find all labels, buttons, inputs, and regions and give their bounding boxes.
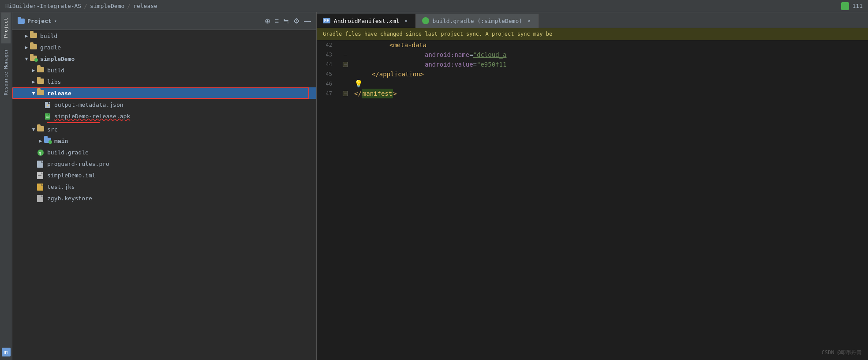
folder-icon-main: [44, 138, 52, 144]
code-val-44: "e950f11: [477, 60, 506, 69]
line-num-42: 42: [317, 40, 337, 50]
label-libs: libs: [47, 79, 61, 85]
side-tabs: Project Resource Manager ◧: [0, 12, 12, 360]
code-eq-43: =: [469, 50, 473, 60]
tree-item-iml[interactable]: ▶ simpleDemo.iml: [12, 169, 316, 181]
breadcrumb-part-3: release: [133, 3, 157, 9]
gutter-minus-44: –: [343, 62, 348, 67]
watermark-text: CSDN @即墨丹青: [822, 349, 862, 356]
folder-icon-release: [37, 90, 45, 96]
tree-item-build-root[interactable]: ▶ build: [12, 30, 316, 41]
collapse-all-button[interactable]: ≡: [275, 18, 279, 25]
lightbulb-icon[interactable]: 💡: [354, 79, 363, 89]
gutter-43: –: [341, 50, 350, 60]
arrow-build-root: ▶: [23, 33, 30, 39]
tab-close-gradle[interactable]: ✕: [526, 18, 532, 24]
locate-button[interactable]: ⊕: [265, 18, 270, 25]
label-gradle: gradle: [40, 44, 61, 51]
tab-manifest[interactable]: MF AndroidManifest.xml ✕: [317, 14, 416, 28]
tree-item-gradle[interactable]: ▶ gradle: [12, 41, 316, 53]
editor-area: MF AndroidManifest.xml ✕ build.gradle (:…: [317, 12, 868, 360]
gutter-45: [341, 69, 350, 79]
label-build-child: build: [47, 67, 64, 74]
tree-item-simpleDemo-apk[interactable]: ▶ APK simpleDemo-release.apk: [12, 110, 316, 122]
line-num-44: 44: [317, 60, 337, 69]
breadcrumb-part-2[interactable]: simpleDemo: [90, 3, 124, 9]
code-line-44: android:value="e950f11: [354, 60, 868, 69]
tab-icon-gradle: [422, 17, 429, 24]
user-count: 111: [853, 3, 863, 9]
sidebar-tab-project[interactable]: Project: [1, 12, 11, 43]
tree-item-output-metadata[interactable]: ▶ output-metadata.json: [12, 99, 316, 110]
settings-button[interactable]: ⚙: [293, 18, 299, 25]
tree-item-build-child[interactable]: ▶ build: [12, 64, 316, 76]
tab-build-gradle[interactable]: build.gradle (:simpleDemo) ✕: [416, 14, 539, 28]
label-apk: simpleDemo-release.apk: [54, 113, 130, 120]
label-release: release: [47, 90, 71, 97]
tree-item-main[interactable]: ▶ main: [12, 135, 316, 146]
tree-item-keystore[interactable]: ▶ zgyb.keystore: [12, 192, 316, 204]
folder-icon-simpleDemo: [30, 56, 38, 62]
file-icon-apk: APK: [44, 113, 52, 119]
expand-button[interactable]: ≒: [283, 18, 289, 25]
tree-item-build-gradle[interactable]: ▶ g build.gradle: [12, 146, 316, 158]
code-eq-44: =: [473, 60, 477, 69]
tab-label-manifest: AndroidManifest.xml: [334, 18, 400, 24]
code-attr-value-44: android:value: [425, 60, 473, 69]
watermark: CSDN @即墨丹青: [822, 349, 862, 356]
tree-item-jks[interactable]: ▶ test.jks: [12, 181, 316, 192]
notification-text: Gradle files have changed since last pro…: [323, 31, 552, 37]
folder-icon-src: [37, 126, 45, 132]
folder-icon-build-root: [30, 33, 38, 39]
arrow-simpleDemo: ▼: [23, 56, 30, 62]
file-tree-title: Project ▾: [18, 18, 57, 24]
tree-item-proguard[interactable]: ▶ proguard-rules.pro: [12, 158, 316, 169]
gutter-minus-47: –: [343, 91, 348, 96]
code-line-47: </manifest>: [354, 89, 868, 98]
panel-icon-symbol: ◧: [4, 349, 7, 355]
tree-toolbar: ⊕ ≡ ≒ ⚙ —: [265, 18, 311, 25]
apk-red-bar: [47, 122, 100, 123]
code-editor: 42 43 44 45 46 47: [317, 40, 868, 360]
code-line-43: android:name="dcloud_a: [354, 50, 868, 60]
breadcrumb-part-1[interactable]: HiBuilder-Integrate-AS: [5, 3, 81, 9]
arrow-main: ▶: [37, 138, 44, 144]
left-panel-icon[interactable]: ◧: [2, 348, 11, 356]
line-num-43: 43: [317, 50, 337, 60]
file-icon-iml: [37, 172, 45, 178]
tree-item-release[interactable]: ▼ release: [12, 87, 316, 99]
label-main: main: [54, 138, 68, 144]
file-tree-panel: Project ▾ ⊕ ≡ ≒ ⚙ — ▶ build: [12, 12, 317, 360]
gutter-47: –: [341, 89, 350, 98]
file-tree-content[interactable]: ▶ build ▶ gradle ▼: [12, 30, 316, 360]
tree-item-libs[interactable]: ▶ libs: [12, 76, 316, 87]
svg-rect-13: [38, 174, 41, 174]
tree-item-src[interactable]: ▼ src: [12, 124, 316, 135]
arrow-libs: ▶: [30, 79, 37, 85]
code-val-43: "dcloud_a: [473, 50, 507, 60]
file-icon-build-gradle: g: [37, 149, 45, 155]
svg-rect-15: [37, 184, 43, 191]
code-content[interactable]: <meta-data android:name="dcloud_a androi…: [350, 40, 868, 360]
line-numbers: 42 43 44 45 46 47: [317, 40, 341, 360]
code-tag-42: meta-data: [393, 40, 427, 50]
tree-item-simpleDemo[interactable]: ▼ simpleDemo: [12, 53, 316, 64]
svg-rect-14: [38, 175, 41, 176]
sidebar-tab-resource-manager[interactable]: Resource Manager: [1, 43, 11, 101]
tab-icon-mf: MF: [323, 18, 330, 23]
folder-icon-gradle: [30, 44, 38, 50]
label-jks: test.jks: [47, 184, 75, 190]
project-folder-icon: [18, 19, 25, 24]
code-attr-name-43: android:name: [425, 50, 469, 60]
label-output-metadata: output-metadata.json: [54, 101, 123, 108]
code-line-45: </application>: [354, 69, 868, 79]
tab-close-manifest[interactable]: ✕: [403, 18, 409, 24]
project-dropdown-arrow[interactable]: ▾: [54, 19, 57, 23]
code-bracket-47: </: [354, 89, 362, 98]
close-panel-button[interactable]: —: [304, 18, 311, 25]
arrow-gradle: ▶: [23, 45, 30, 50]
code-tag-45: application: [379, 69, 420, 79]
breadcrumb-bar: HiBuilder-Integrate-AS / simpleDemo / re…: [0, 0, 868, 12]
notification-bar: Gradle files have changed since last pro…: [317, 28, 868, 40]
svg-rect-9: [37, 161, 43, 168]
